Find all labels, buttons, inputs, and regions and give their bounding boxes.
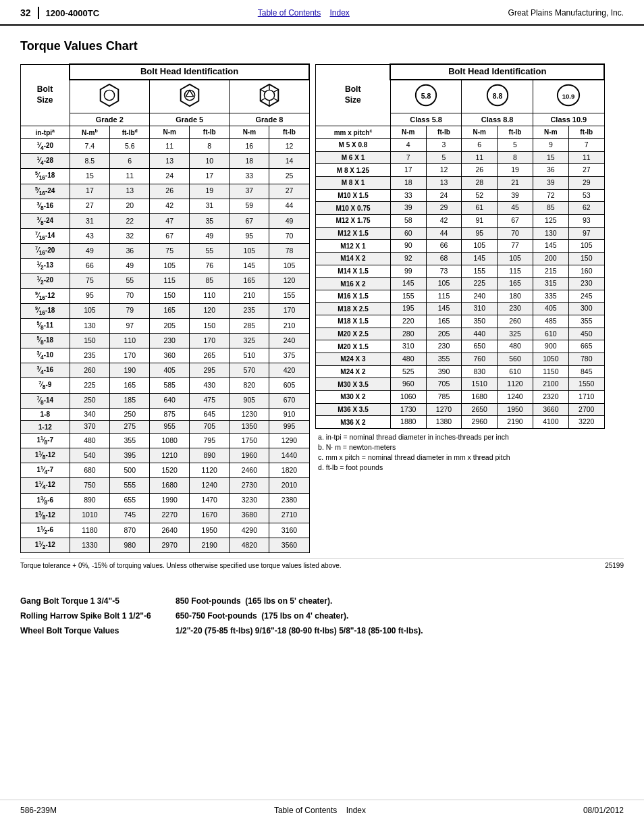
bolt-size-cell: 11⁄8-7 bbox=[21, 433, 70, 448]
data-cell: 1520 bbox=[150, 463, 190, 478]
grade8-label: Grade 8 bbox=[230, 113, 309, 126]
index-link-header[interactable]: Index bbox=[330, 8, 350, 18]
data-cell: 1710 bbox=[568, 390, 604, 403]
metric-table: BoltSize Bolt Head Identification 5.8 bbox=[315, 63, 605, 429]
data-cell: 1950 bbox=[498, 403, 533, 416]
metric-row: M20 X 2.5280205440325610450 bbox=[316, 328, 605, 340]
data-cell: 5 bbox=[426, 151, 462, 164]
imperial-row: 3⁄8-24312247356749 bbox=[21, 213, 310, 228]
footnotes: a. in-tpi = nominal thread diameter in i… bbox=[315, 433, 605, 471]
imperial-table-body: 1⁄4-207.45.611816121⁄4-288.56131018145⁄1… bbox=[21, 139, 310, 553]
data-cell: 42 bbox=[150, 199, 190, 213]
data-cell: 150 bbox=[190, 318, 230, 333]
data-cell: 665 bbox=[568, 340, 604, 353]
bolt-size-cell: 7⁄16-14 bbox=[21, 229, 70, 244]
data-cell: 2190 bbox=[190, 538, 230, 552]
bolt-size-cell: 11⁄2-12 bbox=[21, 538, 70, 552]
data-cell: 145 bbox=[390, 278, 426, 290]
footer-date: 08/01/2012 bbox=[583, 806, 624, 815]
data-cell: 67 bbox=[230, 213, 269, 228]
footnote-c: c. mm x pitch = nominal thread diameter … bbox=[318, 453, 605, 461]
data-cell: 33 bbox=[390, 189, 426, 202]
bolt-size-cell: M24 X 3 bbox=[316, 353, 391, 366]
data-cell: 95 bbox=[70, 288, 110, 303]
data-cell: 280 bbox=[390, 328, 426, 340]
grade2-label: Grade 2 bbox=[70, 113, 150, 126]
col-ftlb-g5: ft-lb bbox=[190, 126, 230, 138]
col-nm-g8: N-m bbox=[230, 126, 269, 138]
bolt-size-cell: 3⁄4-16 bbox=[21, 363, 70, 378]
data-cell: 4 bbox=[390, 139, 426, 152]
data-cell: 285 bbox=[230, 318, 269, 333]
bolt-size-cell: M36 X 3.5 bbox=[316, 403, 391, 416]
data-cell: 25 bbox=[269, 169, 309, 184]
data-cell: 27 bbox=[269, 184, 309, 199]
data-cell: 33 bbox=[230, 169, 269, 184]
data-cell: 355 bbox=[568, 315, 604, 328]
data-cell: 6 bbox=[462, 139, 498, 152]
data-cell: 185 bbox=[110, 393, 150, 408]
data-cell: 145 bbox=[426, 303, 462, 315]
bolt-size-cell: 1-8 bbox=[21, 408, 70, 421]
data-cell: 3560 bbox=[269, 538, 309, 552]
data-cell: 55 bbox=[110, 273, 150, 288]
data-cell: 2650 bbox=[462, 403, 498, 416]
data-cell: 1080 bbox=[150, 433, 190, 448]
data-cell: 1380 bbox=[426, 416, 462, 429]
bolt-size-cell: 3⁄8-16 bbox=[21, 199, 70, 213]
harrow-spike-value: 650-750 Foot-pounds (175 lbs on 4' cheat… bbox=[176, 611, 348, 621]
toc-link-header[interactable]: Table of Contents bbox=[258, 8, 321, 18]
data-cell: 67 bbox=[150, 229, 190, 244]
svg-line-10 bbox=[274, 89, 279, 92]
data-cell: 44 bbox=[426, 227, 462, 240]
data-cell: 680 bbox=[70, 463, 110, 478]
data-cell: 745 bbox=[110, 508, 150, 523]
data-cell: 500 bbox=[110, 463, 150, 478]
bolt-size-cell: 5⁄8-18 bbox=[21, 333, 70, 348]
data-cell: 16 bbox=[230, 139, 269, 154]
data-cell: 910 bbox=[269, 408, 309, 421]
class58-icon: 5.8 bbox=[413, 82, 439, 108]
data-cell: 210 bbox=[230, 288, 269, 303]
data-cell: 1120 bbox=[498, 378, 533, 391]
grade2-icon bbox=[97, 82, 122, 108]
metric-row: M16 X 2145105225165315230 bbox=[316, 278, 605, 290]
data-cell: 260 bbox=[70, 363, 110, 378]
data-cell: 17 bbox=[390, 164, 426, 177]
data-cell: 53 bbox=[568, 189, 604, 202]
bolt-size-cell: M14 X 1.5 bbox=[316, 265, 391, 278]
data-cell: 395 bbox=[110, 448, 150, 463]
data-cell: 1060 bbox=[390, 390, 426, 403]
index-link-footer[interactable]: Index bbox=[346, 806, 366, 815]
data-cell: 39 bbox=[390, 202, 426, 215]
data-cell: 295 bbox=[190, 363, 230, 378]
data-cell: 45 bbox=[498, 202, 533, 215]
bolt-size-cell: 1⁄4-20 bbox=[21, 139, 70, 154]
bolt-size-cell: M36 X 2 bbox=[316, 416, 391, 429]
metric-table-body: M 5 X 0.8436597M 6 X 1751181511M 8 X 1.2… bbox=[316, 139, 605, 429]
imperial-row: 5⁄16-18151124173325 bbox=[21, 169, 310, 184]
data-cell: 165 bbox=[150, 303, 190, 318]
data-cell: 19 bbox=[498, 164, 533, 177]
data-cell: 3220 bbox=[568, 416, 604, 429]
class109-icon-cell: 10.9 bbox=[533, 80, 604, 113]
data-cell: 230 bbox=[568, 278, 604, 290]
imperial-row: 7⁄8-14250185640475905670 bbox=[21, 393, 310, 408]
data-cell: 230 bbox=[426, 340, 462, 353]
toc-link-footer[interactable]: Table of Contents bbox=[274, 806, 337, 815]
data-cell: 310 bbox=[390, 340, 426, 353]
grade2-icon-cell bbox=[70, 80, 150, 113]
data-cell: 70 bbox=[269, 229, 309, 244]
data-cell: 235 bbox=[70, 348, 110, 363]
data-cell: 49 bbox=[110, 259, 150, 273]
header-center: Table of Contents Index bbox=[258, 8, 350, 18]
data-cell: 76 bbox=[190, 259, 230, 273]
data-cell: 980 bbox=[110, 538, 150, 552]
data-cell: 1180 bbox=[70, 523, 110, 538]
bolt-size-cell: M14 X 2 bbox=[316, 252, 391, 265]
data-cell: 3660 bbox=[533, 403, 568, 416]
data-cell: 370 bbox=[70, 421, 110, 434]
data-cell: 12 bbox=[426, 164, 462, 177]
data-cell: 58 bbox=[390, 215, 426, 228]
data-cell: 3160 bbox=[269, 523, 309, 538]
